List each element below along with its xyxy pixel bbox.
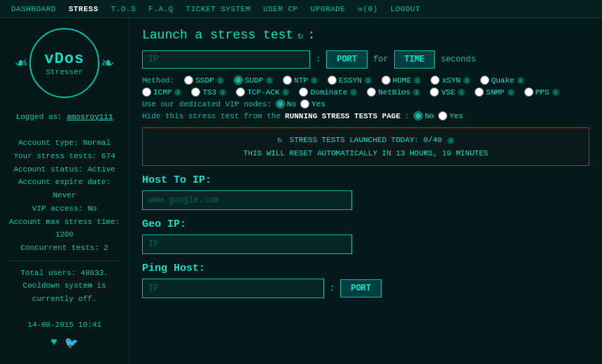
stress-tests-value: 674 [102, 152, 115, 160]
expire-value: Never [52, 191, 76, 200]
host-input[interactable] [142, 190, 352, 210]
account-type-value: Normal [83, 139, 111, 147]
tcpack-info[interactable]: i [282, 89, 289, 96]
stress-tests-label: Your stress tests: [13, 152, 97, 160]
nav-dashboard[interactable]: DASHBOARD [11, 5, 56, 13]
concurrent-value: 2 [104, 244, 108, 252]
method-quake[interactable]: Quakei [480, 76, 524, 85]
nav-bar: DASHBOARD STRESS T.O.S F.A.Q TICKET SYST… [0, 0, 602, 18]
method-snmp[interactable]: SNMPi [475, 88, 514, 97]
ip-input[interactable] [142, 50, 310, 69]
hide-running-text: RUNNING STRESS TESTS PAGE [285, 112, 400, 120]
ntp-info[interactable]: i [311, 77, 318, 84]
page-title-suffix: : [307, 28, 315, 42]
hide-label-text: Hide this stress test from the [142, 112, 281, 120]
username-link[interactable]: amosroy111 [66, 113, 113, 121]
sidebar-social-icons: ♥ 🐦 [50, 336, 78, 350]
home-info[interactable]: i [414, 77, 421, 84]
dominate-info[interactable]: i [350, 89, 357, 96]
logged-as-label: Logged as: [16, 113, 62, 121]
heart-icon[interactable]: ♥ [50, 336, 57, 350]
method-row-2: ICMPi TS3i TCP-ACKi Dominatei NetBiosi V… [142, 88, 589, 97]
max-stress-label: Account max stress time: [9, 218, 120, 226]
ping-colon: : [330, 284, 335, 293]
vip-no[interactable]: No [276, 99, 296, 108]
ip-port-time-row: : PORT for TIME seconds [142, 50, 589, 69]
hide-option-row: Hide this stress test from the RUNNING S… [142, 111, 589, 120]
sidebar-info: Logged as: amosroy111 Account type: Norm… [7, 111, 122, 332]
nav-upgrade[interactable]: UPGRADE [311, 5, 346, 13]
for-label: for [373, 55, 388, 64]
alert-box: ↻ STRESS TESTS LAUNCHED TODAY: 0/40 i TH… [142, 127, 589, 166]
method-ssdp[interactable]: SSDPi [184, 76, 223, 85]
method-row-1: Method: SSDPi SUDPi NTPi ESSYNi HOMEi xS… [142, 76, 589, 85]
main-layout: vDos Stresser Logged as: amosroy111 Acco… [0, 18, 602, 364]
nav-faq[interactable]: F.A.Q [148, 5, 174, 13]
sidebar: vDos Stresser Logged as: amosroy111 Acco… [0, 18, 130, 364]
colon-separator: : [316, 55, 321, 64]
ping-port-button[interactable]: PORT [340, 279, 382, 298]
ping-input[interactable] [142, 279, 324, 298]
netbios-info[interactable]: i [413, 89, 420, 96]
method-pps[interactable]: PPSi [524, 88, 559, 97]
hide-no[interactable]: No [414, 111, 434, 120]
max-stress-value: 1200 [55, 230, 74, 239]
snmp-info[interactable]: i [507, 89, 514, 96]
cooldown-status: Cooldown system is currently off. [23, 281, 106, 303]
alert-line2: THIS WILL RESET AUTOMATICALLY IN 13 HOUR… [153, 147, 579, 160]
ts3-info[interactable]: i [219, 89, 226, 96]
alert-line1-text: STRESS TESTS LAUNCHED TODAY: 0/40 [289, 136, 442, 144]
ping-section-header: Ping Host: [142, 262, 589, 274]
geo-input[interactable] [142, 234, 352, 254]
account-status-label: Account status: [13, 165, 83, 174]
nav-logout[interactable]: LOGOUT [391, 5, 421, 13]
seconds-label: seconds [440, 55, 475, 64]
pps-info[interactable]: i [552, 89, 559, 96]
twitter-icon[interactable]: 🐦 [64, 336, 78, 350]
essyn-info[interactable]: i [365, 77, 372, 84]
vse-info[interactable]: i [458, 89, 465, 96]
logo-title: vDos [45, 50, 85, 68]
ssdp-info[interactable]: i [217, 77, 224, 84]
ping-row: : PORT [142, 279, 589, 298]
method-sudp[interactable]: SUDPi [234, 76, 273, 85]
account-status-value: Active [88, 165, 115, 174]
geo-section-header: Geo IP: [142, 218, 589, 230]
vip-label: VIP access: [32, 204, 83, 213]
vip-yes[interactable]: Yes [300, 99, 326, 108]
method-xsyn[interactable]: xSYNi [430, 76, 470, 85]
nav-ticket[interactable]: TICKET SYSTEM [186, 5, 251, 13]
total-users-value: 48033. [80, 269, 108, 277]
host-section-header: Host To IP: [142, 174, 589, 186]
method-ntp[interactable]: NTPi [283, 76, 318, 85]
method-home[interactable]: HOMEi [382, 76, 421, 85]
hide-yes[interactable]: Yes [438, 111, 463, 120]
concurrent-label: Concurrent tests: [20, 244, 99, 252]
vip-label-text: Use our dedicated VIP nodes: [142, 100, 272, 108]
nav-tos[interactable]: T.O.S [111, 5, 136, 13]
hide-colon: : [405, 112, 410, 120]
content-area: Launch a stress test ↻ : : PORT for TIME… [130, 18, 602, 364]
method-essyn[interactable]: ESSYNi [328, 76, 372, 85]
alert-icon: ↻ [277, 136, 282, 144]
sudp-info[interactable]: i [266, 77, 273, 84]
nav-mail[interactable]: ✉(0) [358, 4, 377, 13]
method-icmp[interactable]: ICMPi [142, 88, 181, 97]
method-ts3[interactable]: TS3i [191, 88, 226, 97]
nav-stress[interactable]: STRESS [69, 5, 99, 13]
alert-info-dot[interactable]: i [447, 137, 454, 144]
quake-info[interactable]: i [517, 77, 524, 84]
sidebar-datetime: 14-08-2015 10:41 [27, 321, 102, 329]
refresh-icon[interactable]: ↻ [298, 29, 303, 41]
time-button[interactable]: TIME [394, 50, 435, 69]
page-title-text: Launch a stress test [142, 28, 293, 42]
expire-label: Account expire date: [18, 178, 111, 186]
method-tcpack[interactable]: TCP-ACKi [236, 88, 289, 97]
nav-usercp[interactable]: USER CP [263, 5, 298, 13]
icmp-info[interactable]: i [174, 89, 181, 96]
port-button[interactable]: PORT [326, 50, 368, 69]
method-dominate[interactable]: Dominatei [299, 88, 357, 97]
method-netbios[interactable]: NetBiosi [367, 88, 420, 97]
method-vse[interactable]: VSEi [430, 88, 465, 97]
xsyn-info[interactable]: i [463, 77, 470, 84]
